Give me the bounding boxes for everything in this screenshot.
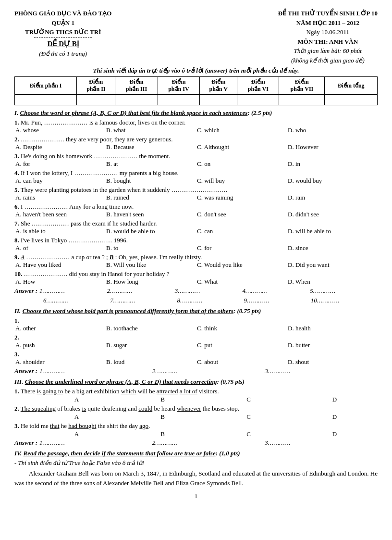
answer-label-1: Answer : bbox=[14, 287, 37, 295]
section4-sub-instruction: - Thí sinh điền đủ từ True hoặc False và… bbox=[14, 459, 378, 467]
q8-text: I've lives in Tokyo ………………… 1996. bbox=[21, 237, 128, 244]
s3-q2: 2. The squealing of brakes is quite deaf… bbox=[14, 405, 378, 421]
q10-opt-a: A. How bbox=[14, 278, 105, 286]
q1-opt-d: D. who bbox=[287, 126, 378, 134]
exam-title: ĐỀ THI THỬ TUYỂN SINH LỚP 10 bbox=[278, 9, 378, 18]
section2-title: II. Choose the word whose bold part is p… bbox=[14, 307, 378, 315]
q2-number: 2. bbox=[14, 136, 19, 143]
s3-q1-text: There is going to be a big art exhibitio… bbox=[21, 388, 219, 395]
s2-ans2: 2………… bbox=[152, 367, 265, 375]
question-4: 4. If I won the lottery, I ………………… my pa… bbox=[14, 169, 378, 185]
school-year: NĂM HỌC 2011 – 2012 bbox=[278, 18, 378, 28]
score-val-total bbox=[325, 95, 378, 105]
s2-answer-label: Answer : bbox=[14, 367, 37, 375]
s2-q2-options: A. push B. sugar C. put D. butter bbox=[14, 341, 378, 349]
q7-opt-b: B. would be able to bbox=[105, 227, 196, 235]
q5-opt-a: A. rains bbox=[14, 194, 105, 201]
s2-q1-num: 1. bbox=[14, 317, 19, 324]
score-col-6: Điểmphần VI bbox=[237, 77, 279, 95]
question-5: 5. They were planting potatoes in the ga… bbox=[14, 186, 378, 201]
s3-q1: 1. There is going to be a big art exhibi… bbox=[14, 388, 378, 403]
q6-options: A. haven't been seen B. haven't seen C. … bbox=[14, 211, 378, 218]
score-col-1: Điểm phần I bbox=[15, 77, 77, 95]
s3-q2-text: The squealing of brakes is quite deafeni… bbox=[21, 405, 239, 412]
ans1-8: 8………… bbox=[177, 297, 244, 304]
section1-answer-row1: Answer : 1………… 2………… 3………… 4………… 5………… bbox=[14, 287, 378, 295]
passage-text: Alexander Graham Bell was born on March … bbox=[14, 469, 378, 488]
school-dept: PHÒNG GIÁO DỤC VÀ ĐÀO TẠO bbox=[14, 9, 111, 18]
s2-ans1: 1………… bbox=[39, 367, 152, 375]
s2-q2-opt-c: C. put bbox=[196, 341, 287, 349]
s3-ans3: 3………… bbox=[265, 439, 378, 447]
q7-opt-a: A. is able to bbox=[14, 227, 105, 235]
q8-opt-a: A. of bbox=[14, 244, 105, 252]
ans1-5: 5………… bbox=[310, 287, 378, 295]
dashed-divider bbox=[34, 37, 92, 38]
q6-opt-a: A. haven't been seen bbox=[14, 211, 105, 218]
ans1-10: 10………… bbox=[311, 297, 378, 304]
q3-options: A. for B. at C. on D. in bbox=[14, 160, 378, 168]
q10-opt-c: C. What bbox=[196, 278, 287, 286]
s2-ans3: 3………… bbox=[265, 367, 378, 375]
s2-q1-opt-a: A. other bbox=[14, 325, 105, 332]
q8-opt-c: C. for bbox=[196, 244, 287, 252]
score-col-5: Điểmphần V bbox=[199, 77, 237, 95]
q9-opt-d: D. Did you want bbox=[287, 261, 378, 269]
q10-opt-d: D. When bbox=[287, 278, 378, 286]
score-col-total: Điểm tổng bbox=[325, 77, 378, 95]
exam-type: ĐỀ DỰ BỊ bbox=[14, 38, 111, 50]
ans1-9: 9………… bbox=[244, 297, 311, 304]
s3-q2-a: A bbox=[34, 413, 120, 421]
s2-q3-opt-a: A. shoulder bbox=[14, 358, 105, 366]
section4-title: IV. Read the passage, then decide if the… bbox=[14, 450, 378, 457]
ans1-1: 1………… bbox=[39, 287, 107, 295]
q9-a-marker: A bbox=[21, 253, 24, 261]
time-note: (không kể thời gian giao đề) bbox=[278, 56, 378, 65]
q4-opt-b: B. bought bbox=[105, 177, 196, 185]
ans1-2: 2………… bbox=[107, 287, 175, 295]
s2-q2: 2. A. push B. sugar C. put D. butter bbox=[14, 334, 378, 349]
s3-q3: 3. He told me that he had bought the shi… bbox=[14, 422, 378, 438]
q5-text: They were planting potatoes in the garde… bbox=[21, 186, 228, 193]
s3-ans2: 2………… bbox=[152, 439, 265, 447]
s2-q3-options: A. shoulder B. loud C. about D. shout bbox=[14, 358, 378, 366]
s2-q3-opt-c: C. about bbox=[196, 358, 287, 366]
q5-opt-d: D. rain bbox=[287, 194, 378, 201]
s3-q2-d: D bbox=[292, 413, 378, 421]
q1-options: A. whose B. what C. which D. who bbox=[14, 126, 378, 134]
s3-ans1: 1………… bbox=[39, 439, 152, 447]
q7-text: She ……………… pass the exam if he studied h… bbox=[21, 220, 157, 227]
s2-q2-opt-d: D. butter bbox=[287, 341, 378, 349]
page-count: (Đề thi có 1 trang) bbox=[14, 49, 111, 59]
score-val-3 bbox=[115, 95, 158, 105]
instruction-line: Thí sinh viết đáp án trực tiếp vào ô trả… bbox=[14, 67, 378, 75]
q6-opt-d: D. didn't see bbox=[287, 211, 378, 218]
q6-text: I ………………… Amy for a long time now. bbox=[21, 203, 134, 210]
q9-b-marker: B bbox=[110, 253, 114, 261]
question-2: 2. ………………… they are very poor, they are … bbox=[14, 136, 378, 151]
time-allowed: Thời gian làm bài: 60 phút bbox=[278, 46, 378, 56]
q7-options: A. is able to B. would be able to C. can… bbox=[14, 227, 378, 235]
q4-opt-d: D. would buy bbox=[287, 177, 378, 185]
s3-answer-label: Answer : bbox=[14, 439, 37, 447]
s3-q1-d: D bbox=[292, 396, 378, 403]
question-7: 7. She ……………… pass the exam if he studie… bbox=[14, 220, 378, 235]
question-10: 10. ………………… did you stay in Hanoi for yo… bbox=[14, 270, 378, 286]
q6-number: 6. bbox=[14, 203, 19, 210]
q4-text: If I won the lottery, I ………………… my paren… bbox=[21, 169, 179, 176]
s3-q3-c: C bbox=[206, 430, 292, 438]
s3-q1-c: C bbox=[206, 396, 292, 403]
q1-text: Mr. Pun, ………………… is a famous doctor, liv… bbox=[21, 119, 185, 126]
q3-text: He's doing on his homework ………………… the m… bbox=[21, 152, 170, 160]
s2-q2-opt-a: A. push bbox=[14, 341, 105, 349]
s2-q1: 1. A. other B. toothache C. think D. hea… bbox=[14, 317, 378, 332]
q9-opt-c: C. Would you like bbox=[196, 261, 287, 269]
question-9: 9. A ………………… a cup or tea ? ; B : Oh, ye… bbox=[14, 253, 378, 269]
q3-opt-c: C. on bbox=[196, 160, 287, 168]
q10-number: 10. bbox=[14, 270, 22, 277]
s3-q2-c: C bbox=[206, 413, 292, 421]
score-col-7: Điểmphần VII bbox=[279, 77, 325, 95]
section2: II. Choose the word whose bold part is p… bbox=[14, 307, 378, 375]
q9-text: ………………… a cup or tea ? ; bbox=[26, 253, 110, 261]
ans1-7: 7………… bbox=[110, 297, 177, 304]
